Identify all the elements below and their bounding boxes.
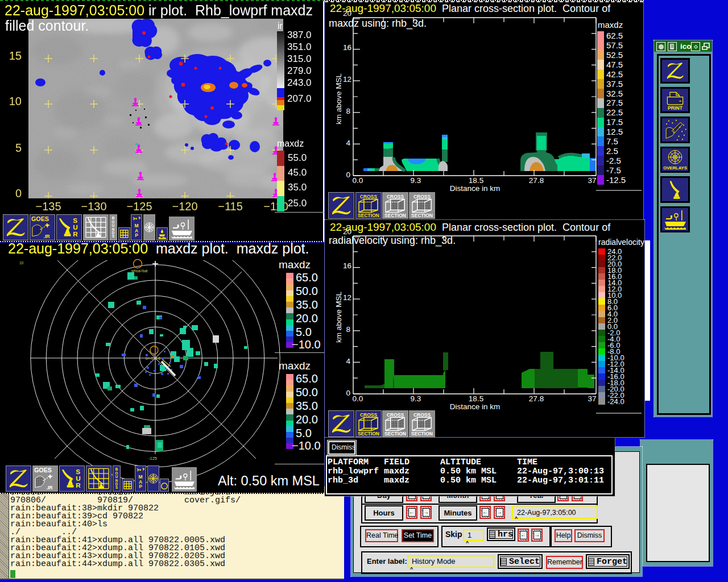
svg-text:4: 4 xyxy=(346,139,350,147)
svg-text:7.5: 7.5 xyxy=(606,136,618,146)
svg-text:57.5: 57.5 xyxy=(606,40,623,50)
svg-text:km above MSL: km above MSL xyxy=(334,291,343,343)
svg-text:16: 16 xyxy=(343,261,351,270)
svg-text:18.5: 18.5 xyxy=(469,394,483,403)
svg-text:37.5: 37.5 xyxy=(606,79,623,89)
svg-text:12.5: 12.5 xyxy=(606,127,623,136)
svg-text:maxdz: maxdz xyxy=(598,20,623,30)
svg-text:4: 4 xyxy=(346,357,350,365)
svg-text:42.5: 42.5 xyxy=(606,69,623,79)
svg-text:0: 0 xyxy=(346,389,350,397)
svg-text:-125: -125 xyxy=(148,456,157,461)
svg-text:32.5: 32.5 xyxy=(606,89,623,98)
svg-text:27.8: 27.8 xyxy=(529,176,544,185)
svg-text:27.8: 27.8 xyxy=(529,394,544,403)
svg-text:27.5: 27.5 xyxy=(606,98,623,107)
svg-text:20: 20 xyxy=(343,227,351,236)
svg-text:Distance in km: Distance in km xyxy=(450,184,500,193)
svg-text:km above MSL: km above MSL xyxy=(334,73,343,124)
svg-text:20: 20 xyxy=(343,9,351,18)
svg-text:47.5: 47.5 xyxy=(606,60,623,69)
svg-text:10: 10 xyxy=(19,261,24,265)
svg-text:-12.5: -12.5 xyxy=(606,175,626,185)
svg-text:b=-125-6: b=-125-6 xyxy=(146,356,161,360)
svg-text:0.0: 0.0 xyxy=(353,394,363,403)
svg-text:2.5: 2.5 xyxy=(606,146,618,156)
svg-text:22.5: 22.5 xyxy=(606,107,623,117)
svg-text:0: 0 xyxy=(346,171,350,179)
svg-text:9.3: 9.3 xyxy=(411,176,421,185)
svg-text:radialvelocity: radialvelocity xyxy=(598,238,644,247)
svg-text:8: 8 xyxy=(346,325,350,334)
svg-text:0.0: 0.0 xyxy=(353,176,363,185)
svg-text:37: 37 xyxy=(588,394,596,403)
svg-text:37: 37 xyxy=(588,176,596,185)
svg-text:17.5: 17.5 xyxy=(606,117,623,127)
svg-text:9.3: 9.3 xyxy=(411,394,421,403)
svg-text:-2.5: -2.5 xyxy=(606,156,621,165)
svg-text:-7.5: -7.5 xyxy=(606,165,621,175)
svg-text:18.5: 18.5 xyxy=(469,176,483,185)
svg-text:whoa=bat: whoa=bat xyxy=(131,269,148,273)
svg-text:Distance in km: Distance in km xyxy=(450,402,500,411)
svg-text:16: 16 xyxy=(343,43,351,52)
svg-text:12: 12 xyxy=(343,293,351,302)
svg-text:8: 8 xyxy=(346,107,350,115)
svg-text:62.5: 62.5 xyxy=(606,31,623,40)
svg-text:52.5: 52.5 xyxy=(606,50,623,60)
svg-text:-24.0: -24.0 xyxy=(607,397,624,406)
svg-text:12: 12 xyxy=(343,75,351,84)
